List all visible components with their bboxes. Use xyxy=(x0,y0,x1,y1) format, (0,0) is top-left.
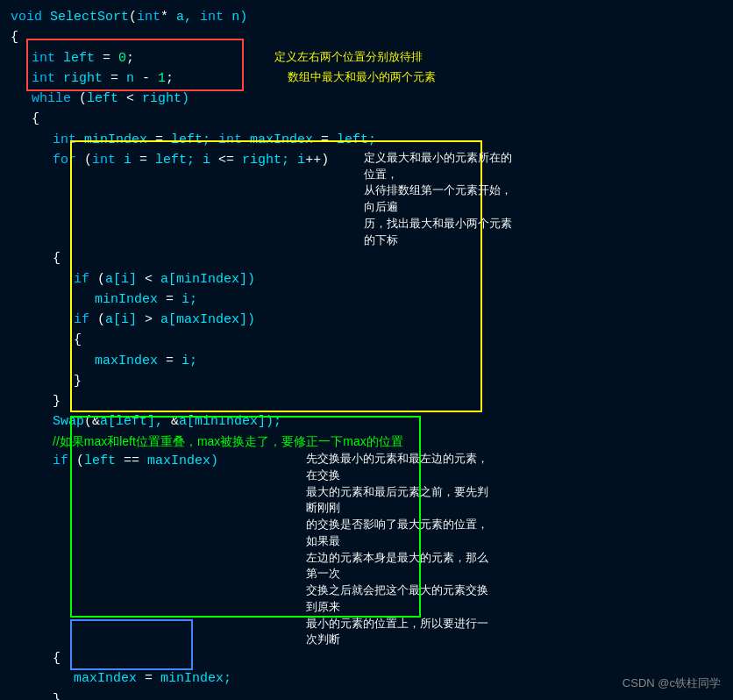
code-line-21: maxIndex = minIndex; xyxy=(11,668,722,689)
annotation-1-line1: 定义左右两个位置分别放待排 xyxy=(274,48,423,66)
annotation-2: 定义最大和最小的元素所在的位置，从待排数组第一个元素开始，向后遍历，找出最大和最… xyxy=(364,150,522,249)
highlight-box-red xyxy=(26,39,244,91)
annotation-1-line2: 数组中最大和最小的两个元素 xyxy=(288,68,436,86)
code-line-1: void SelectSort(int* a, int n) xyxy=(11,7,722,27)
annotation-3: 先交换最小的元素和最左边的元素，在交换最大的元素和最后元素之前，要先判断刚刚的交… xyxy=(306,451,490,648)
code-container: void SelectSort(int* a, int n) { int lef… xyxy=(0,0,733,700)
code-line-6: { xyxy=(11,109,722,129)
code-line-5: while (left < right) xyxy=(11,89,722,109)
highlight-box-blue xyxy=(70,619,193,670)
code-line-22: } xyxy=(11,689,722,700)
watermark: CSDN @c铁柱同学 xyxy=(623,675,721,691)
